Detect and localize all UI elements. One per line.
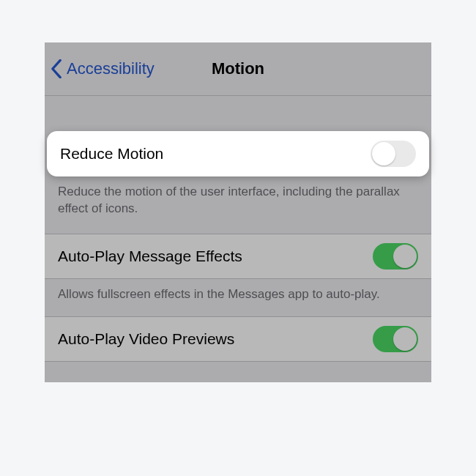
row-label: Reduce Motion: [60, 145, 163, 163]
nav-bar: Accessibility Motion: [45, 42, 431, 96]
row-label: Auto-Play Message Effects: [58, 248, 242, 265]
toggle-knob: [372, 142, 395, 166]
back-button[interactable]: Accessibility: [51, 59, 155, 78]
toggle-knob: [393, 245, 417, 268]
section-spacer: [45, 96, 431, 131]
row-auto-play-video-previews[interactable]: Auto-Play Video Previews: [45, 316, 431, 362]
toggle-knob: [393, 327, 417, 351]
toggle-reduce-motion[interactable]: [371, 141, 416, 167]
footer-reduce-motion: Reduce the motion of the user interface,…: [45, 176, 431, 234]
settings-screen: Accessibility Motion Reduce Motion Reduc…: [45, 42, 431, 382]
row-label: Auto-Play Video Previews: [58, 330, 234, 348]
row-reduce-motion[interactable]: Reduce Motion: [47, 131, 429, 176]
toggle-auto-play-video-previews[interactable]: [373, 326, 418, 352]
row-auto-play-message-effects[interactable]: Auto-Play Message Effects: [45, 234, 431, 279]
back-label: Accessibility: [67, 59, 155, 78]
toggle-auto-play-message-effects[interactable]: [373, 243, 418, 269]
chevron-left-icon: [51, 59, 62, 78]
footer-auto-play-message-effects: Allows fullscreen effects in the Message…: [45, 279, 431, 316]
section-spacer: [45, 362, 431, 382]
